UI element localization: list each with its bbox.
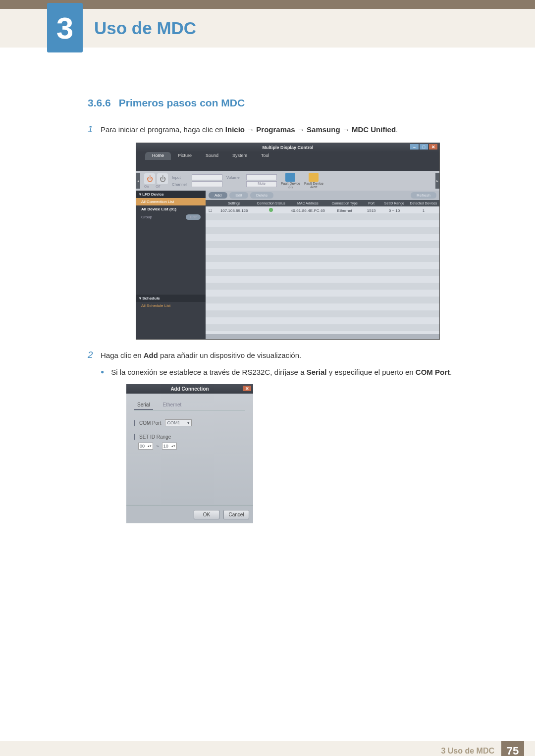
tab-system[interactable]: System (225, 152, 254, 160)
section-number: 3.6.6 (88, 97, 111, 108)
mdc-titlebar: Multiple Display Control – □ ✕ (136, 143, 439, 152)
dialog-titlebar: Add Connection ✕ (126, 384, 253, 394)
col-connection-status: Connection Status (254, 200, 288, 206)
tab-home[interactable]: Home (145, 152, 171, 160)
power-off-button[interactable]: ⏻ (157, 173, 168, 184)
col-detected-devices: Detected Devices (408, 200, 439, 206)
sidebar-section-lfd[interactable]: LFD Device (136, 191, 206, 198)
chapter-title: Uso de MDC (94, 18, 196, 38)
maximize-icon[interactable]: □ (420, 144, 428, 150)
spinner-icon: ▴▾ (148, 444, 152, 448)
table-row[interactable]: 107.108.89.126 40-61-86-4E-FC-65 Etherne… (206, 206, 439, 214)
window-controls: – □ ✕ (410, 144, 437, 150)
cell-status (254, 206, 288, 214)
volume-input[interactable] (246, 174, 277, 180)
horizontal-scrollbar[interactable] (206, 334, 439, 339)
mute-button[interactable]: Mute (246, 181, 277, 187)
footer-breadcrumb: 3 Uso de MDC (441, 747, 494, 756)
step-body: Haga clic en Add para añadir un disposit… (101, 350, 488, 361)
mdc-sidebar: LFD Device All Connection List All Devic… (136, 191, 206, 339)
mdc-tab-bar: Home Picture Sound System Tool (136, 152, 439, 160)
fault-alert-indicator: Fault Device Alert (304, 173, 323, 189)
setid-range-label: SET ID Range (134, 434, 171, 440)
mdc-toolbar: ◂ ⏻ ⏻ On Off Input Channel Volume Mute (136, 171, 439, 191)
channel-select[interactable] (192, 181, 222, 187)
cell-port: 1515 (362, 207, 381, 214)
device-table-body: 107.108.89.126 40-61-86-4E-FC-65 Etherne… (206, 206, 439, 334)
dialog-tabs: Serial Ethernet (134, 401, 245, 410)
add-connection-dialog: Add Connection ✕ Serial Ethernet COM Por… (126, 384, 253, 523)
spinner-icon: ▴▾ (171, 444, 175, 448)
add-button[interactable]: Add (209, 192, 227, 199)
col-settings: Settings (214, 200, 254, 206)
toolbar-scroll-right[interactable]: ▸ (435, 173, 439, 189)
close-icon[interactable]: ✕ (429, 144, 437, 150)
edit-button[interactable]: Edit (229, 192, 248, 199)
page-number: 75 (501, 741, 524, 756)
bullet-item: ● Si la conexión se establece a través d… (101, 366, 488, 378)
tab-sound[interactable]: Sound (199, 152, 225, 160)
main-action-bar: Add Edit Delete Refresh (206, 191, 439, 200)
section-heading: 3.6.6Primeros pasos con MDC (88, 97, 488, 109)
ok-button[interactable]: OK (194, 510, 219, 519)
com-port-select[interactable]: COM1▾ (165, 419, 192, 426)
dialog-footer: OK Cancel (126, 505, 253, 523)
refresh-button[interactable]: Refresh (411, 192, 436, 199)
col-connection-type: Connection Type (327, 200, 362, 206)
power-on-button[interactable]: ⏻ (144, 173, 155, 184)
cell-mac: 40-61-86-4E-FC-65 (288, 207, 327, 214)
tab-picture[interactable]: Picture (171, 152, 199, 160)
range-from-stepper[interactable]: 00▴▾ (138, 443, 153, 450)
tab-serial[interactable]: Serial (134, 401, 153, 410)
mdc-app-screenshot: Multiple Display Control – □ ✕ Home Pict… (136, 143, 440, 340)
input-label: Input (172, 175, 190, 180)
sidebar-item-all-connection[interactable]: All Connection List (136, 198, 206, 205)
tab-ethernet[interactable]: Ethernet (160, 401, 185, 410)
sidebar-group-row: Group Edit (136, 213, 206, 221)
status-dot-icon (269, 208, 273, 212)
monitor-icon (285, 173, 295, 182)
device-table-header: Settings Connection Status MAC Address C… (206, 200, 439, 206)
minimize-icon[interactable]: – (410, 144, 419, 150)
col-port: Port (362, 200, 381, 206)
section-title: Primeros pasos con MDC (119, 97, 245, 108)
chapter-number-badge: 3 (47, 3, 83, 52)
channel-label: Channel (172, 182, 190, 187)
mdc-window-title: Multiple Display Control (262, 145, 313, 150)
bullet-text: Si la conexión se establece a través de … (111, 366, 488, 378)
step-number: 1 (88, 124, 101, 136)
step-body: Para iniciar el programa, haga clic en I… (101, 124, 488, 136)
cancel-button[interactable]: Cancel (223, 510, 249, 519)
range-to-stepper[interactable]: 10▴▾ (162, 443, 177, 450)
tab-tool[interactable]: Tool (254, 152, 276, 160)
close-icon[interactable]: ✕ (243, 386, 251, 391)
chevron-down-icon: ▾ (187, 420, 190, 425)
sidebar-item-all-device[interactable]: All Device List (01) (136, 205, 206, 213)
row-checkbox[interactable] (206, 207, 214, 214)
chapter-header: 3 Uso de MDC (0, 9, 535, 48)
cell-type: Ethernet (327, 207, 362, 214)
page-content: 3.6.6Primeros pasos con MDC 1 Para inici… (0, 48, 535, 523)
step-2: 2 Haga clic en Add para añadir un dispos… (88, 350, 488, 361)
bullet-dot-icon: ● (101, 368, 104, 378)
step-number: 2 (88, 350, 101, 361)
sidebar-item-all-schedule[interactable]: All Schedule List (136, 302, 206, 309)
delete-button[interactable]: Delete (250, 192, 273, 199)
input-select[interactable] (192, 174, 222, 180)
volume-label: Volume (226, 175, 244, 180)
sidebar-group-label: Group (141, 215, 152, 219)
com-port-field: COM Port COM1▾ (134, 419, 245, 426)
col-setid-range: SetID Range (381, 200, 408, 206)
page-footer: 3 Uso de MDC 75 (0, 741, 535, 756)
cell-detected: 1 (408, 207, 439, 214)
sidebar-edit-button[interactable]: Edit (186, 214, 201, 220)
cell-settings: 107.108.89.126 (214, 207, 254, 214)
warning-icon (309, 173, 319, 182)
mdc-main-panel: Add Edit Delete Refresh Settings Connect… (206, 191, 439, 339)
sidebar-section-schedule[interactable]: Schedule (136, 295, 206, 302)
step-1: 1 Para iniciar el programa, haga clic en… (88, 124, 488, 136)
toolbar-scroll-left[interactable]: ◂ (136, 173, 140, 189)
com-port-label: COM Port (134, 420, 161, 426)
cell-range: 0 ~ 10 (381, 207, 408, 214)
setid-range-field: SET ID Range 00▴▾ ~ 10▴▾ (134, 434, 245, 450)
